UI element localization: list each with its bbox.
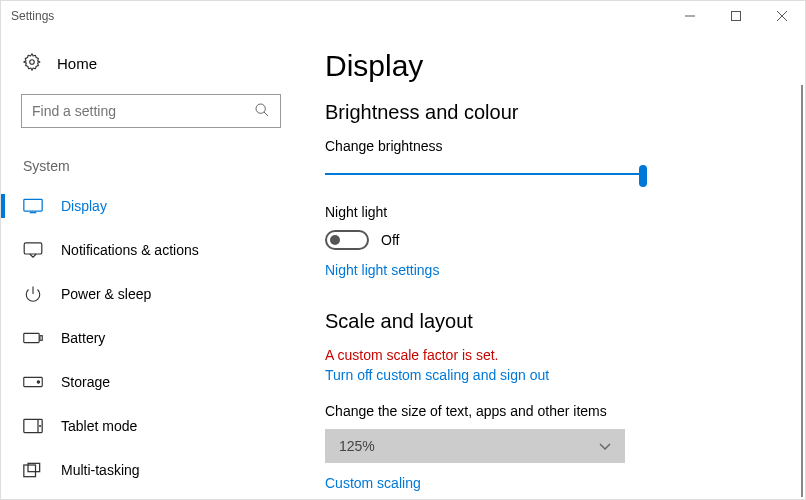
sidebar-item-label: Notifications & actions (61, 242, 199, 258)
home-label: Home (57, 55, 97, 72)
sidebar-item-label: Storage (61, 374, 110, 390)
sidebar-item-display[interactable]: Display (21, 184, 281, 228)
night-light-state: Off (381, 232, 399, 248)
sidebar-item-storage[interactable]: Storage (21, 360, 281, 404)
multitasking-icon (23, 462, 43, 478)
svg-point-16 (40, 426, 41, 427)
brightness-slider-label: Change brightness (325, 138, 765, 154)
text-size-value: 125% (339, 438, 375, 454)
svg-rect-17 (24, 465, 36, 477)
gear-icon (23, 53, 41, 74)
search-input[interactable] (32, 103, 254, 119)
content-pane: Display Brightness and colour Change bri… (301, 31, 805, 500)
sidebar-item-multitasking[interactable]: Multi-tasking (21, 448, 281, 492)
chevron-down-icon (599, 438, 611, 454)
tablet-icon (23, 418, 43, 434)
slider-thumb[interactable] (639, 165, 647, 187)
titlebar: Settings (1, 1, 805, 31)
text-size-select[interactable]: 125% (325, 429, 625, 463)
power-icon (23, 285, 43, 303)
svg-rect-10 (24, 333, 39, 342)
svg-line-6 (264, 112, 268, 116)
minimize-button[interactable] (667, 1, 713, 31)
scrollbar[interactable] (801, 85, 803, 497)
brightness-heading: Brightness and colour (325, 101, 765, 124)
night-light-toggle[interactable] (325, 230, 369, 250)
window-title: Settings (11, 9, 54, 23)
notifications-icon (23, 242, 43, 258)
sidebar-item-power[interactable]: Power & sleep (21, 272, 281, 316)
sidebar-item-notifications[interactable]: Notifications & actions (21, 228, 281, 272)
slider-track (325, 173, 645, 175)
sidebar-item-label: Multi-tasking (61, 462, 140, 478)
svg-rect-1 (732, 12, 741, 21)
search-input-wrap[interactable] (21, 94, 281, 128)
turn-off-scaling-link[interactable]: Turn off custom scaling and sign out (325, 367, 549, 383)
sidebar-item-label: Battery (61, 330, 105, 346)
sidebar-item-label: Tablet mode (61, 418, 137, 434)
scale-heading: Scale and layout (325, 310, 765, 333)
sidebar-item-label: Power & sleep (61, 286, 151, 302)
text-size-label: Change the size of text, apps and other … (325, 403, 765, 419)
svg-rect-9 (24, 243, 42, 254)
sidebar-item-battery[interactable]: Battery (21, 316, 281, 360)
home-nav[interactable]: Home (21, 41, 281, 94)
display-icon (23, 198, 43, 214)
night-light-label: Night light (325, 204, 765, 220)
close-button[interactable] (759, 1, 805, 31)
page-title: Display (325, 49, 765, 83)
svg-rect-7 (24, 199, 42, 211)
storage-icon (23, 376, 43, 388)
search-icon (254, 102, 270, 121)
svg-point-13 (37, 381, 39, 383)
custom-scale-warning: A custom scale factor is set. (325, 347, 765, 363)
toggle-knob (330, 235, 340, 245)
maximize-button[interactable] (713, 1, 759, 31)
sidebar: Home System Display Notifications & acti… (1, 31, 301, 500)
svg-point-5 (256, 104, 265, 113)
brightness-slider[interactable] (325, 164, 645, 184)
sidebar-item-label: Display (61, 198, 107, 214)
custom-scaling-link[interactable]: Custom scaling (325, 475, 421, 491)
sidebar-item-tablet-mode[interactable]: Tablet mode (21, 404, 281, 448)
sidebar-group-label: System (21, 158, 281, 174)
night-light-settings-link[interactable]: Night light settings (325, 262, 439, 278)
svg-point-4 (30, 60, 35, 65)
battery-icon (23, 332, 43, 344)
svg-rect-11 (40, 336, 42, 341)
